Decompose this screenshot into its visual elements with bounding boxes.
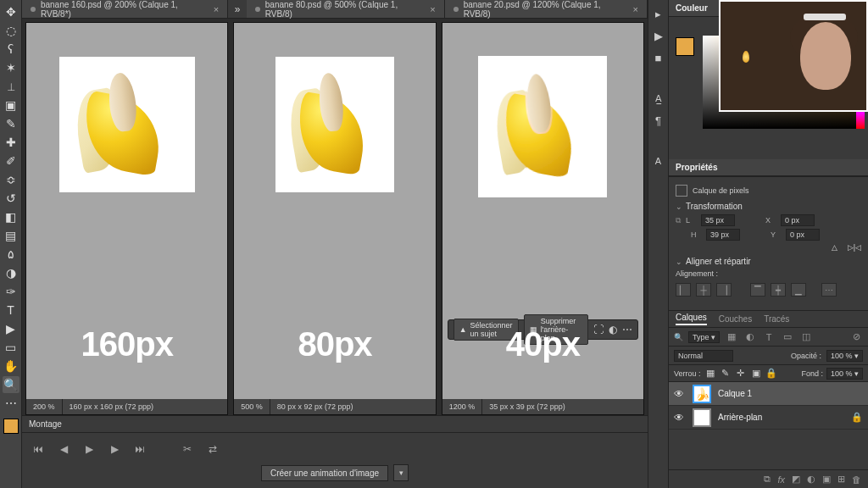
layer-row[interactable]: 👁 Arrière-plan 🔒 bbox=[669, 406, 868, 430]
zoom-tool[interactable]: 🔍 bbox=[3, 376, 19, 393]
lock-transparency-icon[interactable]: ▦ bbox=[704, 368, 716, 380]
fx-icon[interactable]: fx bbox=[777, 474, 785, 485]
align-more-icon[interactable]: ⋯ bbox=[821, 283, 837, 297]
flip-horizontal-icon[interactable]: ▷|◁ bbox=[848, 243, 861, 252]
delete-icon[interactable]: 🗑 bbox=[852, 474, 861, 485]
properties-tab[interactable]: Propriétés bbox=[676, 163, 717, 172]
blend-mode-select[interactable]: Normal bbox=[674, 350, 733, 362]
filter-shape-icon[interactable]: ▭ bbox=[781, 331, 794, 343]
link-layers-icon[interactable]: ⧉ bbox=[764, 474, 771, 485]
lock-position-icon[interactable]: ✛ bbox=[735, 368, 747, 380]
stamp-tool[interactable]: ≎ bbox=[3, 171, 19, 188]
create-animation-button[interactable]: Créer une animation d'image bbox=[261, 465, 388, 481]
wand-tool[interactable]: ✶ bbox=[3, 59, 19, 76]
first-frame-icon[interactable]: ⏮ bbox=[31, 441, 46, 457]
filter-toggle-icon[interactable]: ⊘ bbox=[849, 331, 863, 343]
play-icon[interactable]: ▶ bbox=[652, 29, 665, 42]
layer-name[interactable]: Arrière-plan bbox=[718, 413, 762, 422]
paths-tab[interactable]: Tracés bbox=[764, 314, 789, 324]
height-field[interactable]: 39 px bbox=[706, 229, 740, 241]
artboard[interactable] bbox=[479, 57, 606, 197]
zoom-level[interactable]: 200 % bbox=[26, 402, 62, 411]
align-right-icon[interactable]: ▕ bbox=[716, 283, 732, 297]
align-vcenter-icon[interactable]: ┿ bbox=[771, 283, 786, 297]
document-tab-2[interactable]: banane 80.psd @ 500% (Calque 1, RVB/8) × bbox=[247, 0, 445, 18]
artboard[interactable] bbox=[275, 57, 394, 192]
visibility-icon[interactable]: 👁 bbox=[674, 412, 686, 424]
shape-tool[interactable]: ▭ bbox=[3, 339, 19, 356]
filter-image-icon[interactable]: ▦ bbox=[725, 331, 738, 343]
tab-overflow[interactable]: » bbox=[228, 0, 247, 18]
document-window-2[interactable]: 80px 500 % 80 px x 92 px (72 ppp) bbox=[233, 22, 436, 415]
foreground-color-swatch[interactable] bbox=[676, 37, 694, 56]
healing-tool[interactable]: ✚ bbox=[3, 134, 19, 151]
rotate-icon[interactable]: △ bbox=[832, 243, 837, 252]
align-hcenter-icon[interactable]: ┼ bbox=[696, 283, 711, 297]
filter-adjust-icon[interactable]: ◐ bbox=[743, 331, 757, 343]
search-icon[interactable]: 🔍 bbox=[674, 333, 683, 341]
create-animation-dropdown[interactable]: ▾ bbox=[393, 464, 409, 481]
path-select-tool[interactable]: ▶ bbox=[3, 320, 19, 337]
adjustment-icon[interactable]: ◐ bbox=[807, 474, 815, 485]
lock-artboard-icon[interactable]: ▣ bbox=[750, 368, 762, 380]
crop-tool[interactable]: ⟂ bbox=[3, 78, 19, 95]
foreground-background-swatch[interactable] bbox=[3, 419, 19, 434]
comments-icon[interactable]: ■ bbox=[652, 51, 665, 64]
channels-tab[interactable]: Couches bbox=[719, 314, 752, 324]
lock-all-icon[interactable]: 🔒 bbox=[765, 368, 777, 380]
gradient-tool[interactable]: ▤ bbox=[3, 227, 19, 244]
document-window-3[interactable]: ▲ Sélectionner un sujet ▦ Supprimer l'ar… bbox=[442, 22, 644, 415]
filter-type-icon[interactable]: T bbox=[762, 331, 776, 343]
marquee-tool[interactable]: ◌ bbox=[3, 22, 19, 39]
new-layer-icon[interactable]: ⊞ bbox=[837, 474, 845, 485]
last-frame-icon[interactable]: ⏭ bbox=[132, 441, 147, 457]
timeline-tab[interactable]: Montage bbox=[22, 416, 648, 433]
type-tool[interactable]: T bbox=[3, 302, 19, 319]
close-icon[interactable]: × bbox=[214, 4, 219, 14]
transition-icon[interactable]: ⇄ bbox=[205, 441, 220, 457]
width-field[interactable]: 35 px bbox=[701, 214, 735, 226]
visibility-icon[interactable]: 👁 bbox=[674, 388, 686, 400]
frame-tool[interactable]: ▣ bbox=[3, 97, 19, 114]
layer-row[interactable]: 👁 🍌 Calque 1 bbox=[669, 382, 868, 406]
opacity-field[interactable]: 100 % ▾ bbox=[826, 350, 863, 362]
eyedropper-tool[interactable]: ✎ bbox=[3, 115, 19, 132]
filter-type-select[interactable]: Type ▾ bbox=[688, 331, 720, 343]
document-window-1[interactable]: 160px 200 % 160 px x 160 px (72 ppp) bbox=[25, 22, 228, 415]
prev-frame-icon[interactable]: ◀ bbox=[56, 441, 71, 457]
glyphs-icon[interactable]: A bbox=[652, 154, 665, 168]
color-tab[interactable]: Couleur bbox=[676, 3, 708, 13]
zoom-level[interactable]: 500 % bbox=[234, 402, 270, 411]
filter-smart-icon[interactable]: ◫ bbox=[799, 331, 813, 343]
cut-icon[interactable]: ✂ bbox=[180, 441, 195, 457]
hand-tool[interactable]: ✋ bbox=[3, 358, 19, 374]
y-field[interactable]: 0 px bbox=[786, 229, 820, 241]
document-tab-3[interactable]: banane 20.psd @ 1200% (Calque 1, RVB/8) … bbox=[445, 0, 648, 18]
expand-icon[interactable]: ▸ bbox=[652, 7, 665, 20]
link-icon[interactable]: ⧉ bbox=[676, 216, 681, 225]
brush-tool[interactable]: ✐ bbox=[3, 152, 19, 169]
zoom-level[interactable]: 1200 % bbox=[442, 402, 482, 411]
align-bottom-icon[interactable]: ▁ bbox=[791, 283, 806, 297]
close-icon[interactable]: × bbox=[633, 4, 638, 14]
document-tab-1[interactable]: banane 160.psd @ 200% (Calque 1, RVB/8*)… bbox=[22, 0, 228, 18]
lasso-tool[interactable]: ʕ bbox=[3, 41, 19, 58]
lock-pixels-icon[interactable]: ✎ bbox=[720, 368, 732, 380]
dodge-tool[interactable]: ◑ bbox=[3, 264, 19, 281]
move-tool[interactable]: ✥ bbox=[3, 3, 19, 20]
next-frame-icon[interactable]: ▶ bbox=[107, 441, 122, 457]
paragraph-icon[interactable]: ¶ bbox=[652, 114, 665, 127]
blur-tool[interactable]: ۵ bbox=[3, 246, 19, 263]
play-icon[interactable]: ▶ bbox=[81, 441, 97, 457]
eraser-tool[interactable]: ◧ bbox=[3, 208, 19, 225]
history-brush-tool[interactable]: ↺ bbox=[3, 190, 19, 207]
character-icon[interactable]: A̲ bbox=[652, 92, 665, 105]
pen-tool[interactable]: ✑ bbox=[3, 283, 19, 300]
artboard[interactable] bbox=[59, 57, 195, 192]
chevron-down-icon[interactable]: ⌄ bbox=[676, 202, 682, 211]
x-field[interactable]: 0 px bbox=[781, 214, 815, 226]
chevron-down-icon[interactable]: ⌄ bbox=[676, 258, 682, 266]
layer-thumbnail[interactable]: 🍌 bbox=[693, 385, 711, 403]
align-top-icon[interactable]: ▔ bbox=[750, 283, 765, 297]
layer-thumbnail[interactable] bbox=[693, 408, 711, 427]
